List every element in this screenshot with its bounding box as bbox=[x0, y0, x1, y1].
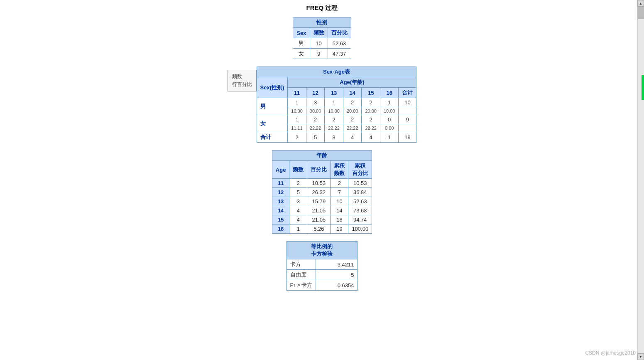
watermark: CSDN @jamesge2010 bbox=[585, 350, 636, 356]
age-col-13: 13 bbox=[325, 88, 343, 98]
chisq-row: 卡方3.4211 bbox=[286, 259, 358, 270]
sex-table: 性别 Sex 频数 百分比 男1052.63女947.37 bbox=[293, 17, 351, 59]
crosstab-table: Sex-Age表Sex(性别)Age(年龄)111213141516合计男131… bbox=[257, 67, 417, 143]
chisq-section: 等比例的卡方检验卡方3.4211自由度5Pr > 卡方0.6354 bbox=[8, 241, 636, 291]
age-col-header: Age bbox=[272, 161, 289, 179]
crosstab-label-box: 频数 行百分比 bbox=[228, 70, 257, 91]
chisq-row: Pr > 卡方0.6354 bbox=[286, 280, 358, 291]
chisq-table: 等比例的卡方检验卡方3.4211自由度5Pr > 卡方0.6354 bbox=[286, 241, 358, 291]
pct-col-header: 百分比 bbox=[307, 161, 331, 179]
freq-col-header: 频数 bbox=[310, 28, 328, 38]
sex-row: 男1052.63 bbox=[293, 38, 351, 49]
sex-table-title: 性别 bbox=[293, 17, 351, 28]
age-table-row: 14421.051473.68 bbox=[272, 206, 372, 215]
sex-table-section: 性别 Sex 频数 百分比 男1052.63女947.37 bbox=[8, 17, 636, 59]
age-col-14: 14 bbox=[343, 88, 362, 98]
age-col-15: 15 bbox=[362, 88, 380, 98]
label-row-pct: 行百分比 bbox=[232, 81, 252, 89]
scroll-arrow-up[interactable]: ▲ bbox=[637, 0, 644, 7]
crosstab-data-row: 男13122110 bbox=[257, 98, 416, 107]
age-table-row: 1615.2619100.00 bbox=[272, 224, 372, 234]
age-table: 年龄Age频数百分比累积频数累积百分比11210.53210.5312526.3… bbox=[272, 150, 372, 234]
crosstab-title: Sex-Age表 bbox=[257, 67, 416, 77]
crosstab-section: 频数 行百分比 Sex-Age表Sex(性别)Age(年龄)1112131415… bbox=[8, 67, 636, 143]
age-table-title: 年龄 bbox=[272, 150, 372, 161]
chisq-row: 自由度5 bbox=[286, 270, 358, 280]
sex-col-header: Sex bbox=[293, 28, 310, 38]
cum-freq-col-header: 累积频数 bbox=[331, 161, 348, 179]
sex-col-header: Sex(性别) bbox=[257, 77, 288, 98]
age-col-12: 12 bbox=[306, 88, 325, 98]
page-title: FREQ 过程 bbox=[8, 4, 636, 12]
age-table-row: 11210.53210.53 bbox=[272, 179, 372, 188]
green-indicator bbox=[642, 75, 644, 100]
pct-col-header: 百分比 bbox=[328, 28, 351, 38]
scroll-thumb[interactable] bbox=[637, 7, 644, 19]
age-col-16: 16 bbox=[380, 88, 399, 98]
freq-col-header: 频数 bbox=[289, 161, 307, 179]
crosstab-data-row: 女1222209 bbox=[257, 115, 416, 124]
age-table-section: 年龄Age频数百分比累积频数累积百分比11210.53210.5312526.3… bbox=[8, 150, 636, 234]
age-col-11: 11 bbox=[288, 88, 306, 98]
chisq-title: 等比例的卡方检验 bbox=[286, 242, 358, 259]
cum-pct-col-header: 累积百分比 bbox=[348, 161, 372, 179]
scrollbar-right[interactable]: ▲ ▼ bbox=[637, 0, 644, 360]
age-table-row: 12526.32736.84 bbox=[272, 188, 372, 197]
label-freq: 频数 bbox=[232, 73, 252, 81]
page-container: ▲ ▼ FREQ 过程 性别 Sex 频数 百分比 男1052.63女947.3… bbox=[0, 0, 644, 360]
age-col-合计: 合计 bbox=[399, 88, 416, 98]
sex-row: 女947.37 bbox=[293, 49, 351, 59]
age-table-row: 13315.791052.63 bbox=[272, 197, 372, 206]
crosstab-total-row: 合计25344119 bbox=[257, 132, 416, 143]
age-col-group-header: Age(年龄) bbox=[288, 77, 416, 88]
age-table-row: 15421.051894.74 bbox=[272, 215, 372, 224]
scroll-arrow-down[interactable]: ▼ bbox=[637, 353, 644, 360]
